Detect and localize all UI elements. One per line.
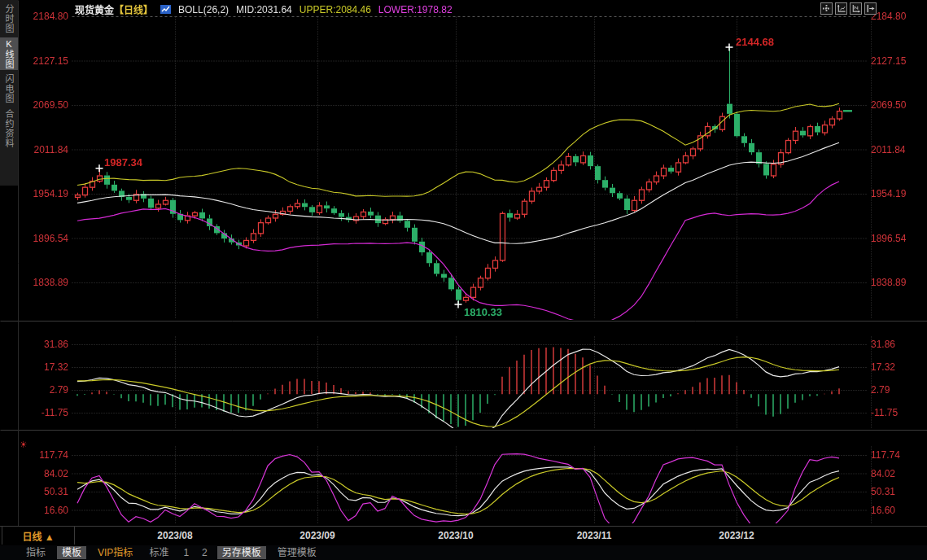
macd-axis-label: -11.75 (871, 407, 923, 418)
price-axis-label: 1954.19 (871, 188, 923, 199)
chart-canvas[interactable] (0, 0, 927, 526)
price-axis-label: 2184.80 (16, 11, 68, 22)
price-axis-label: 2127.15 (16, 55, 68, 67)
scale-x-axis-icon[interactable] (850, 2, 862, 15)
chart-window: 分时图 K线图 闪电图 合约资料 现货黄金 【日线】 BOLL(26,2) MI… (0, 0, 927, 560)
kdj-axis-label: 16.60 (16, 505, 68, 516)
price-annotation: 1810.33 (464, 306, 502, 318)
sidebar-tab-flash[interactable]: 闪电图 (0, 72, 18, 105)
symbol-name: 现货黄金 (75, 2, 114, 16)
toolbar-item-standard[interactable]: 标准 (144, 546, 173, 559)
sidebar: 分时图 K线图 闪电图 合约资料 (0, 0, 18, 186)
macd-axis-label: 31.86 (871, 339, 923, 350)
toolbar-item-vip-indicators[interactable]: VIP指标 (93, 546, 138, 559)
date-label: 2023/11 (566, 530, 623, 541)
kdj-d-value: D:77.91 (170, 433, 204, 444)
macd-axis-label: 17.32 (871, 361, 923, 373)
boll-mid-value: MID:2031.64 (236, 4, 292, 15)
toolbar-item-manage-template[interactable]: 管理模板 (273, 546, 321, 559)
boll-lower-value: LOWER:1978.82 (378, 4, 453, 15)
price-axis-label: 2127.15 (871, 55, 923, 67)
price-annotation: 1987.34 (104, 156, 142, 168)
period-tag: 【日线】 (114, 2, 153, 16)
toolbar-item-save-template[interactable]: 另存模板 (217, 546, 266, 559)
price-axis-label: 2069.50 (871, 99, 923, 111)
toolbar-item-templates[interactable]: 模板 (57, 546, 86, 559)
macd-header: MACD(26,12,9) DIFF:19.16 DEA:16.39 MACD:… (75, 325, 311, 336)
shift-right-icon[interactable] (864, 2, 877, 15)
chart-header: 现货黄金 【日线】 BOLL(26,2) MID:2031.64 UPPER:2… (75, 2, 453, 16)
kdj-header: KDJ(9,3,3) K:76.85 D:77.91 J:74.72 (75, 433, 243, 444)
macd-diff-value: DIFF:19.16 (150, 325, 199, 336)
kdj-axis-label: 117.74 (16, 449, 68, 461)
date-label: 2023/10 (427, 530, 484, 541)
macd-axis-label: -11.75 (16, 407, 68, 418)
macd-axis-label: 2.79 (871, 384, 923, 396)
price-axis-label: 1838.89 (16, 277, 68, 288)
price-axis-label: 1896.54 (871, 233, 923, 244)
date-label: 2023/09 (289, 530, 346, 541)
pan-crosshair-icon[interactable] (820, 2, 833, 15)
toolbar-item-slot-2[interactable]: 2 (199, 546, 211, 559)
price-axis-label: 2069.50 (16, 99, 68, 111)
macd-name: MACD(26,12,9) (75, 325, 142, 336)
kdj-axis-label: 50.31 (16, 486, 68, 497)
sidebar-tab-kline[interactable]: K线图 (0, 37, 18, 70)
macd-axis-label: 2.79 (16, 384, 68, 396)
price-axis-label: 2184.80 (871, 11, 923, 22)
price-axis-label: 1896.54 (16, 233, 68, 244)
kdj-j-value: J:74.72 (212, 433, 243, 444)
scale-y-axis-icon[interactable] (835, 2, 847, 15)
date-label: 2023/08 (146, 530, 203, 541)
sidebar-tab-contract[interactable]: 合约资料 (0, 107, 18, 150)
kdj-name: KDJ(9,3,3) (75, 433, 121, 444)
price-annotation: 2144.68 (736, 36, 774, 48)
macd-axis-label: 31.86 (16, 339, 68, 350)
toolbar-item-slot-1[interactable]: 1 (180, 546, 192, 559)
boll-label: BOLL(26,2) (178, 4, 229, 15)
kdj-axis-label: 50.31 (871, 486, 923, 497)
macd-value: MACD:5.53 (260, 325, 311, 336)
price-axis-label: 1838.89 (871, 277, 923, 288)
sidebar-tab-timeline[interactable]: 分时图 (0, 2, 18, 35)
kdj-k-value: K:76.85 (129, 433, 162, 444)
boll-chart-icon[interactable] (160, 4, 171, 15)
macd-dea-value: DEA:16.39 (206, 325, 253, 336)
bottom-toolbar: 指标 模板 VIP指标 标准 1 2 另存模板 管理模板 (0, 545, 927, 560)
kdj-axis-label: 117.74 (871, 449, 923, 461)
date-label: 2023/12 (708, 530, 765, 541)
macd-axis-label: 17.32 (16, 361, 68, 373)
kdj-axis-label: 84.02 (871, 468, 923, 479)
price-axis-label: 1954.19 (16, 188, 68, 199)
boll-upper-value: UPPER:2084.46 (300, 4, 371, 15)
price-axis-label: 2011.84 (16, 144, 68, 155)
chart-toolbar (820, 2, 877, 15)
kdj-alarm-icon[interactable]: ☀ (20, 440, 28, 450)
price-axis-label: 2011.84 (871, 144, 923, 155)
toolbar-item-indicators[interactable]: 指标 (21, 546, 50, 559)
date-axis-row: 日线 ▲ 2023/082023/092023/102023/112023/12 (0, 526, 927, 546)
kdj-axis-label: 84.02 (16, 468, 68, 479)
kdj-axis-label: 16.60 (871, 505, 923, 516)
period-selector[interactable]: 日线 ▲ (2, 527, 75, 545)
